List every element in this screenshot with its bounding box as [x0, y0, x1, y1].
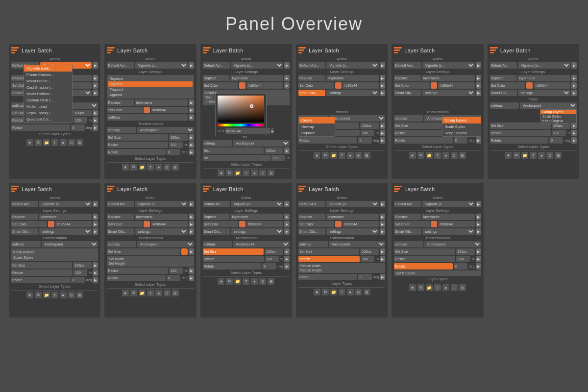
color-hex-3[interactable]	[246, 82, 283, 89]
unwrap-opt[interactable]: Unwrap	[299, 123, 335, 130]
set-size-11[interactable]: Set Size	[394, 248, 455, 255]
default-act-6[interactable]: Default Act...	[490, 62, 517, 69]
ls-arrow-6[interactable]: ▶	[571, 75, 577, 81]
default-act-4[interactable]: Default Act...	[298, 62, 325, 69]
resize-val-7[interactable]	[74, 270, 87, 276]
sobj-arrow-10[interactable]: ▶	[380, 228, 385, 235]
size-2[interactable]	[169, 134, 188, 141]
size-4[interactable]	[360, 122, 379, 129]
resize-arrow-7[interactable]: ▶	[93, 270, 98, 276]
action-arrow-6[interactable]: ▶	[571, 62, 577, 69]
replace-5[interactable]: Replace	[394, 75, 421, 81]
create-opt[interactable]: Create	[299, 117, 335, 123]
dropdown-quad[interactable]: Quadrant Col...	[24, 116, 72, 122]
set-size-9[interactable]: Set Size	[203, 248, 264, 255]
set-size-7[interactable]: Set Size	[11, 262, 72, 269]
resize-arrow-6[interactable]: ▶	[571, 130, 577, 136]
icon-folder-11[interactable]: 📁	[426, 284, 433, 291]
icon-circle-9[interactable]: ●	[251, 278, 258, 285]
settings-3[interactable]: settings	[203, 140, 232, 147]
resize-arrow-11[interactable]: ▶	[476, 256, 481, 262]
group-layers-opt[interactable]: Group Layers	[442, 117, 481, 123]
replace-7[interactable]: Replace	[11, 214, 38, 220]
settings-9[interactable]: settings	[231, 228, 283, 235]
size-arrow-8[interactable]: ▶	[189, 248, 194, 255]
layername-3[interactable]	[230, 75, 283, 81]
icon-copy-9[interactable]: ⧉	[226, 278, 233, 285]
layername-9[interactable]	[230, 214, 283, 220]
icon-grid-4[interactable]: ⊞	[364, 152, 370, 159]
ls-arrow-4[interactable]: ▶	[380, 75, 385, 81]
icon-star-3[interactable]: ★	[218, 170, 224, 176]
icon-circle-4[interactable]: ●	[347, 152, 354, 159]
vignette-5[interactable]: Vignette (s...	[422, 62, 475, 69]
dropdown-water[interactable]: Water Reflecti...	[24, 91, 72, 97]
action-arrow-9[interactable]: ▶	[284, 201, 290, 207]
size-9[interactable]	[265, 248, 283, 255]
icon-circle-11[interactable]: ●	[442, 284, 449, 291]
rotate-input[interactable]	[71, 124, 85, 131]
color-arrow[interactable]: ▶	[93, 82, 98, 89]
set-size-2[interactable]: Set Size	[107, 134, 168, 141]
set-color-9[interactable]: Set Color	[203, 221, 239, 227]
size-arrow-7[interactable]: ▶	[93, 262, 98, 269]
icon-copy-2[interactable]: ⧉	[130, 164, 137, 171]
icon-copy-11[interactable]: ⧉	[417, 284, 424, 291]
color-swatch-9[interactable]	[239, 221, 245, 227]
hue-slider[interactable]	[218, 124, 264, 126]
icon-camera-11[interactable]: ⊙	[451, 284, 458, 291]
size-10[interactable]	[360, 248, 379, 255]
set-color-8[interactable]: Set Color	[107, 221, 143, 227]
action-arrow[interactable]: ▶	[93, 62, 98, 69]
size-7[interactable]	[73, 262, 92, 269]
smart-obj-9[interactable]: Smart Obj...	[203, 228, 230, 235]
icon-text-9[interactable]: T	[243, 278, 249, 285]
rotate-arrow-9[interactable]: ▶	[284, 263, 290, 270]
icon-camera-9[interactable]: ⊙	[259, 278, 266, 285]
color-arrow-6[interactable]: ▶	[571, 82, 577, 89]
set-height-opt[interactable]: Set Height	[108, 261, 193, 266]
icon-copy-8[interactable]: ⧉	[130, 290, 137, 296]
rotate-arrow-6[interactable]: ▶	[571, 137, 577, 144]
settings-6b[interactable]: settings	[490, 102, 519, 109]
rotate-5[interactable]: Rotate	[394, 137, 453, 144]
ls-replace[interactable]: Replace	[108, 76, 192, 81]
ls-arrow-7[interactable]: ▶	[93, 214, 98, 220]
default-act-9[interactable]: Default Act...	[203, 201, 230, 207]
rotate-val-10[interactable]	[358, 274, 372, 280]
rotate-val-8[interactable]	[167, 275, 180, 281]
ls-arrow-5[interactable]: ▶	[476, 75, 481, 81]
color-swatch-3[interactable]	[239, 82, 245, 89]
set-color-4[interactable]: Set Color	[298, 82, 334, 89]
resize-val-6[interactable]	[552, 130, 566, 136]
rotate-select[interactable]: Rotate	[11, 124, 70, 131]
vignette-3[interactable]: Vignette (s...	[231, 62, 283, 69]
rotate-val-4[interactable]	[358, 137, 372, 144]
icon-text-11[interactable]: T	[434, 284, 441, 291]
settings-10b[interactable]: settings	[298, 241, 328, 247]
icon-camera-10[interactable]: ⊙	[355, 289, 362, 295]
smart-obj-10[interactable]: Smart Obj...	[298, 228, 325, 235]
icon-folder[interactable]: 📁	[43, 139, 50, 146]
icon-folder-7[interactable]: 📁	[43, 292, 50, 298]
resize-val-2[interactable]	[169, 142, 183, 148]
action-arrow-3[interactable]: ▶	[284, 62, 290, 69]
icon-camera-4[interactable]: ⊙	[355, 152, 362, 159]
set-color-3[interactable]: Set Color	[203, 82, 239, 89]
action-arrow-2[interactable]: ▶	[189, 62, 194, 69]
vignette-10[interactable]: Vignette (s...	[326, 201, 379, 207]
set-color-11[interactable]: Set Color	[394, 221, 430, 227]
sobj-arrow-11[interactable]: ▶	[476, 228, 481, 235]
replace-11[interactable]: Replace	[394, 214, 421, 220]
resize-7[interactable]: Resize	[11, 270, 73, 276]
rotate-arrow-5[interactable]: ▶	[476, 137, 481, 144]
default-act-7[interactable]: Default Act...	[11, 201, 38, 207]
replace-4[interactable]: Replace	[298, 75, 325, 81]
vignette-11[interactable]: Vignette (s...	[422, 201, 475, 207]
ls-arrow-2[interactable]: ▶	[189, 99, 194, 106]
ls-arrow[interactable]: ▶	[93, 75, 98, 81]
icon-grid-9[interactable]: ⊞	[268, 278, 274, 285]
ls-arrow-8[interactable]: ▶	[189, 214, 194, 220]
settings-8b[interactable]: settings	[107, 241, 136, 247]
replace-opt[interactable]: Replace	[299, 130, 335, 136]
